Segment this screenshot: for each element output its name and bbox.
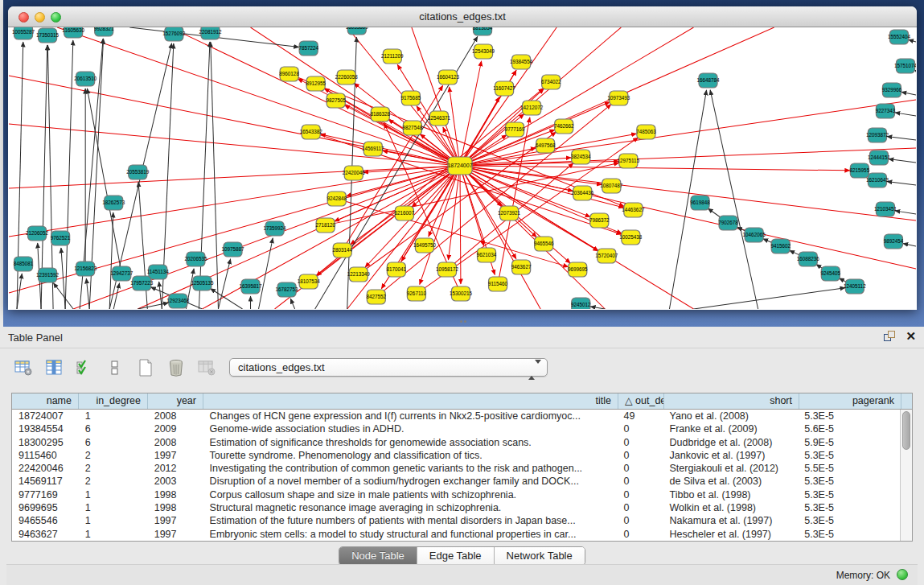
table-row[interactable]: 977716911998Corpus callosum shape and si… [12, 488, 900, 501]
cell-out_de[interactable]: 0 [618, 462, 663, 475]
graph-node[interactable]: 12543049 [472, 44, 495, 59]
graph-node[interactable]: 9267110 [407, 286, 427, 301]
graph-node[interactable]: 8960128 [279, 67, 299, 81]
graph-node[interactable]: 10975887 [221, 242, 244, 257]
graph-node[interactable]: 6497568 [536, 138, 556, 153]
cell-out_de[interactable]: 0 [618, 514, 663, 527]
cell-short[interactable]: Jankovic et al. (1997) [663, 449, 799, 462]
column-header-short[interactable]: short [664, 393, 799, 409]
table-row[interactable]: 1830029562008Estimation of significance … [12, 436, 900, 449]
graph-node[interactable]: 10973493 [607, 91, 630, 105]
table-settings-button[interactable] [13, 358, 34, 379]
cell-year[interactable]: 2008 [148, 436, 203, 449]
graph-node[interactable]: 7902678 [718, 216, 738, 230]
graph-edge[interactable] [903, 244, 916, 246]
graph-edge[interactable] [290, 299, 294, 309]
graph-node[interactable]: 10958172 [436, 262, 459, 277]
cell-short[interactable]: Nakamura et al. (1997) [663, 514, 799, 527]
graph-node[interactable]: 9928321 [94, 27, 114, 36]
graph-node[interactable]: 12156823 [74, 262, 97, 276]
graph-node[interactable]: 16033809 [346, 27, 369, 35]
graph-node[interactable]: 8170041 [387, 262, 407, 277]
graph-node[interactable]: 9175685 [401, 91, 421, 105]
graph-node[interactable]: 8427552 [367, 290, 387, 304]
graph-edge[interactable] [65, 40, 73, 309]
cell-title[interactable]: Changes of HCN gene expression and I(f) … [203, 410, 618, 422]
cell-in_degree[interactable]: 1 [79, 488, 148, 501]
graph-node[interactable]: 22420046 [343, 166, 366, 180]
cell-short[interactable]: Wolkin et al. (1998) [663, 501, 799, 514]
graph-node[interactable]: 16495750 [413, 238, 437, 253]
graph-edge[interactable] [710, 90, 758, 309]
graph-node[interactable]: 15552404 [888, 30, 911, 44]
column-settings-button[interactable] [43, 358, 64, 379]
graph-node[interactable]: 17957223 [130, 276, 154, 290]
cell-title[interactable]: Estimation of significance thresholds fo… [203, 436, 618, 449]
cell-out_de[interactable]: 0 [618, 488, 663, 501]
graph-edge[interactable] [887, 136, 916, 140]
graph-node[interactable]: 12444151 [868, 150, 891, 165]
tab-network-table[interactable]: Network Table [495, 547, 585, 565]
cell-short[interactable]: Hescheler et al. (1997) [663, 528, 799, 541]
cell-out_de[interactable]: 0 [618, 422, 663, 435]
cell-year[interactable]: 2012 [148, 462, 203, 475]
graph-node[interactable]: 2803144 [332, 243, 352, 257]
cell-pagerank[interactable]: 5.3E-5 [798, 410, 900, 422]
cell-name[interactable]: 9463627 [12, 528, 79, 541]
graph-edge[interactable] [218, 259, 230, 309]
graph-node[interactable]: 8215955 [850, 163, 870, 178]
graph-edge[interactable] [467, 167, 916, 269]
cell-short[interactable]: Yano et al. (2008) [663, 410, 799, 422]
graph-node[interactable]: 20553819 [126, 165, 150, 179]
graph-node[interactable]: 21211209 [381, 49, 404, 64]
cell-pagerank[interactable]: 5.6E-5 [798, 422, 900, 435]
cell-pagerank[interactable]: 5.3E-5 [798, 528, 900, 541]
cell-year[interactable]: 1997 [148, 528, 203, 541]
cell-year[interactable]: 1998 [148, 501, 203, 514]
cell-name[interactable]: 19384554 [12, 422, 79, 435]
cell-out_de[interactable]: 0 [618, 449, 663, 462]
graph-node[interactable]: 7462662 [554, 119, 574, 134]
column-header-in_degree[interactable]: in_degree [79, 393, 148, 409]
graph-node[interactable]: 14569117 [362, 142, 384, 156]
graph-node[interactable]: 9827548 [403, 121, 423, 135]
graph-edge[interactable] [895, 211, 916, 214]
graph-node[interactable]: 9115460 [488, 277, 508, 291]
graph-node[interactable]: 18724007 [447, 157, 472, 175]
cell-in_degree[interactable]: 1 [79, 528, 148, 541]
cell-title[interactable]: Tourette syndrome. Phenomenology and cla… [203, 449, 618, 462]
graph-node[interactable]: 9242848 [326, 192, 347, 206]
graph-node[interactable]: 10025438 [619, 230, 643, 245]
graph-node[interactable]: 9415602 [770, 239, 791, 253]
graph-node[interactable]: 9777169 [505, 122, 525, 137]
cell-pagerank[interactable]: 5.3E-5 [798, 488, 900, 501]
cell-year[interactable]: 2003 [148, 475, 203, 488]
close-panel-icon[interactable]: ✕ [906, 329, 916, 344]
graph-edge[interactable] [320, 134, 453, 164]
cell-pagerank[interactable]: 5.5E-5 [798, 462, 900, 475]
graph-node[interactable]: 12923468 [166, 294, 190, 308]
graph-node[interactable]: 7986372 [589, 213, 610, 228]
graph-node[interactable]: 9245012 [571, 298, 591, 309]
column-header-out_de[interactable]: △ out_de... [618, 393, 664, 409]
cell-in_degree[interactable]: 6 [79, 436, 148, 449]
graph-node[interactable]: 12213349 [347, 267, 371, 282]
table-row[interactable]: 1938455462009Genome-wide association stu… [12, 422, 900, 435]
cell-year[interactable]: 1997 [148, 449, 203, 462]
graph-node[interactable]: 15300215 [450, 286, 473, 301]
cell-title[interactable]: Structural magnetic resonance image aver… [203, 501, 618, 514]
cell-pagerank[interactable]: 5.3E-5 [798, 475, 900, 488]
graph-node[interactable]: 22260058 [335, 70, 359, 84]
graph-node[interactable]: 12505135 [191, 276, 214, 290]
cell-out_de[interactable]: 0 [618, 436, 663, 449]
graph-node[interactable]: 12546371 [428, 111, 451, 126]
rows-button[interactable] [105, 358, 125, 379]
cell-short[interactable]: de Silva et al. (2003) [663, 475, 799, 488]
graph-node[interactable]: 12103451 [874, 202, 897, 216]
graph-node[interactable]: 22081912 [199, 27, 222, 39]
graph-node[interactable]: 12405112 [844, 279, 866, 294]
cell-in_degree[interactable]: 2 [79, 462, 148, 475]
graph-node[interactable]: 10055287 [12, 27, 35, 39]
cell-name[interactable]: 9777169 [12, 488, 79, 501]
graph-node[interactable]: 15276092 [162, 27, 186, 41]
